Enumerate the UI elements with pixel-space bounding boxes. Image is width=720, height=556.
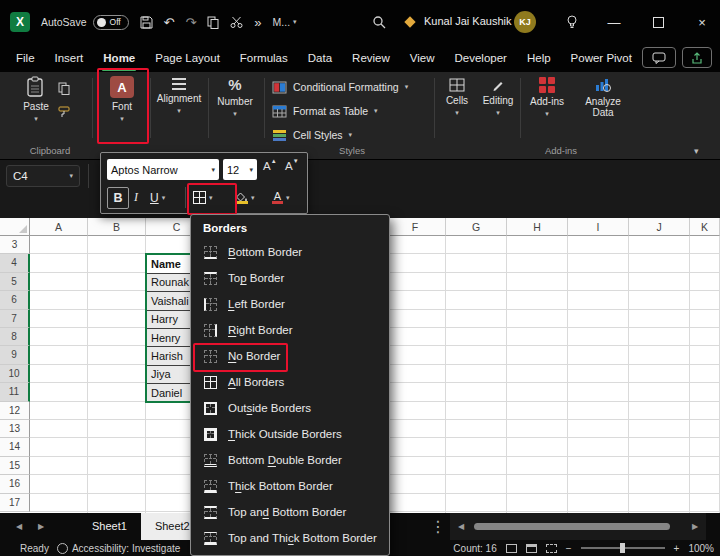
font-size-combo[interactable]: 12 ▾ — [223, 159, 257, 180]
sheet-tab-sheet1[interactable]: Sheet1 — [78, 513, 141, 540]
scroll-right-icon[interactable]: ▶ — [684, 522, 706, 531]
accessibility-status[interactable]: Accessibility: Investigate — [72, 543, 180, 554]
column-header-G[interactable]: G — [446, 218, 507, 236]
avatar[interactable]: KJ — [514, 11, 536, 33]
close-button[interactable]: × — [688, 0, 716, 44]
select-all-corner[interactable] — [0, 218, 30, 236]
menu-tab-home[interactable]: Home — [93, 44, 145, 72]
increase-font-size-icon[interactable]: A▲ — [263, 160, 277, 172]
save-icon[interactable] — [140, 16, 153, 29]
zoom-thumb[interactable] — [620, 543, 625, 553]
alignment-group-button[interactable]: Alignment ▾ — [154, 78, 204, 115]
menu-item-bottom-double-border[interactable]: Bottom Double Border — [191, 447, 389, 473]
number-group-button[interactable]: % Number ▾ — [212, 77, 258, 118]
row-header-12[interactable]: 12 — [0, 402, 30, 420]
editing-group-button[interactable]: Editing ▾ — [478, 78, 518, 117]
zoom-in-icon[interactable]: + — [674, 543, 680, 554]
zoom-level[interactable]: 100% — [688, 543, 714, 554]
column-header-H[interactable]: H — [507, 218, 568, 236]
underline-button[interactable]: U ▾ — [150, 187, 165, 208]
column-header-K[interactable]: K — [690, 218, 720, 236]
analyze-data-button[interactable]: Analyze Data — [574, 77, 632, 118]
format-as-table-button[interactable]: Format as Table ▾ — [272, 100, 378, 122]
next-sheet-icon[interactable]: ▶ — [30, 522, 52, 531]
excel-logo-icon[interactable]: X — [10, 12, 30, 32]
page-break-view-icon[interactable] — [546, 544, 557, 553]
zoom-out-icon[interactable]: − — [566, 543, 572, 554]
row-header-15[interactable]: 15 — [0, 457, 30, 475]
row-header-8[interactable]: 8 — [0, 328, 30, 346]
menu-item-thick-outside-borders[interactable]: Thick Outside Borders — [191, 421, 389, 447]
row-header-16[interactable]: 16 — [0, 475, 30, 493]
maximize-button[interactable] — [644, 0, 672, 44]
menu-tab-formulas[interactable]: Formulas — [230, 44, 298, 72]
add-ins-button[interactable]: Add-ins ▾ — [524, 77, 570, 118]
row-header-17[interactable]: 17 — [0, 494, 30, 512]
cells-group-button[interactable]: Cells ▾ — [438, 78, 476, 117]
column-header-J[interactable]: J — [629, 218, 690, 236]
row-header-11[interactable]: 11 — [0, 383, 30, 401]
ribbon-collapse-icon[interactable]: ▾ — [694, 146, 699, 156]
row-header-9[interactable]: 9 — [0, 346, 30, 364]
menu-tab-data[interactable]: Data — [298, 44, 342, 72]
paste-button[interactable]: Paste ▾ — [16, 76, 56, 123]
font-color-button[interactable]: A ▾ — [272, 187, 290, 208]
menu-tab-view[interactable]: View — [400, 44, 445, 72]
format-painter-button[interactable] — [58, 106, 70, 118]
conditional-formatting-button[interactable]: Conditional Formatting ▾ — [272, 76, 408, 98]
column-header-B[interactable]: B — [88, 218, 146, 236]
row-header-6[interactable]: 6 — [0, 291, 30, 309]
menu-item-all-borders[interactable]: All Borders — [191, 369, 389, 395]
menu-item-bottom-border[interactable]: Bottom Border — [191, 239, 389, 265]
decrease-font-size-icon[interactable]: A▼ — [285, 160, 299, 172]
menu-tab-developer[interactable]: Developer — [445, 44, 517, 72]
cut-icon[interactable] — [230, 16, 243, 28]
menu-item-left-border[interactable]: Left Border — [191, 291, 389, 317]
italic-button[interactable]: I — [134, 187, 138, 208]
page-layout-view-icon[interactable] — [526, 544, 537, 553]
prev-sheet-icon[interactable]: ◀ — [8, 522, 30, 531]
row-header-5[interactable]: 5 — [0, 273, 30, 291]
search-icon[interactable] — [372, 15, 386, 29]
menu-tab-file[interactable]: File — [6, 44, 45, 72]
menu-tab-page-layout[interactable]: Page Layout — [145, 44, 230, 72]
font-group-button[interactable]: A Font ▾ — [100, 76, 144, 123]
menu-item-right-border[interactable]: Right Border — [191, 317, 389, 343]
row-header-13[interactable]: 13 — [0, 420, 30, 438]
menu-item-thick-bottom-border[interactable]: Thick Bottom Border — [191, 473, 389, 499]
menu-tab-insert[interactable]: Insert — [45, 44, 94, 72]
menu-item-outside-borders[interactable]: Outside Borders — [191, 395, 389, 421]
share-button[interactable] — [682, 47, 712, 68]
column-header-I[interactable]: I — [568, 218, 629, 236]
normal-view-icon[interactable] — [506, 544, 517, 553]
scroll-left-icon[interactable]: ◀ — [450, 522, 472, 531]
menu-item-top-and-bottom-border[interactable]: Top and Bottom Border — [191, 499, 389, 525]
menu-item-top-and-thick-bottom-border[interactable]: Top and Thick Bottom Border — [191, 525, 389, 551]
count-status[interactable]: Count: 16 — [453, 543, 496, 554]
menu-tab-review[interactable]: Review — [342, 44, 400, 72]
horizontal-scrollbar[interactable]: ◀ ▶ — [450, 513, 706, 540]
row-header-7[interactable]: 7 — [0, 310, 30, 328]
undo-icon[interactable]: ↶ — [164, 15, 175, 30]
menu-tab-power-pivot[interactable]: Power Pivot — [561, 44, 642, 72]
zoom-slider[interactable] — [581, 547, 665, 549]
name-box[interactable]: C4 ▾ — [6, 165, 80, 187]
fill-color-button[interactable]: ▾ — [235, 187, 255, 208]
lightbulb-icon[interactable] — [566, 15, 578, 29]
more-commands-icon[interactable]: » — [254, 15, 261, 30]
copy-small-button[interactable] — [58, 82, 70, 95]
cell-styles-button[interactable]: Cell Styles ▾ — [272, 124, 352, 146]
quick-access-menu[interactable]: M...▾ — [273, 16, 297, 28]
row-header-3[interactable]: 3 — [0, 236, 30, 254]
borders-button[interactable]: ▾ — [193, 187, 213, 208]
row-header-14[interactable]: 14 — [0, 438, 30, 456]
menu-item-no-border[interactable]: No Border — [191, 343, 389, 369]
row-header-10[interactable]: 10 — [0, 365, 30, 383]
tab-overflow-icon[interactable]: ⋮ — [430, 517, 446, 536]
row-header-4[interactable]: 4 — [0, 254, 30, 272]
column-header-A[interactable]: A — [30, 218, 88, 236]
user-name[interactable]: Kunal Jai Kaushik — [424, 15, 511, 27]
minimize-button[interactable]: — — [600, 0, 628, 44]
copy-icon[interactable] — [207, 16, 219, 29]
menu-item-top-border[interactable]: Top Border — [191, 265, 389, 291]
